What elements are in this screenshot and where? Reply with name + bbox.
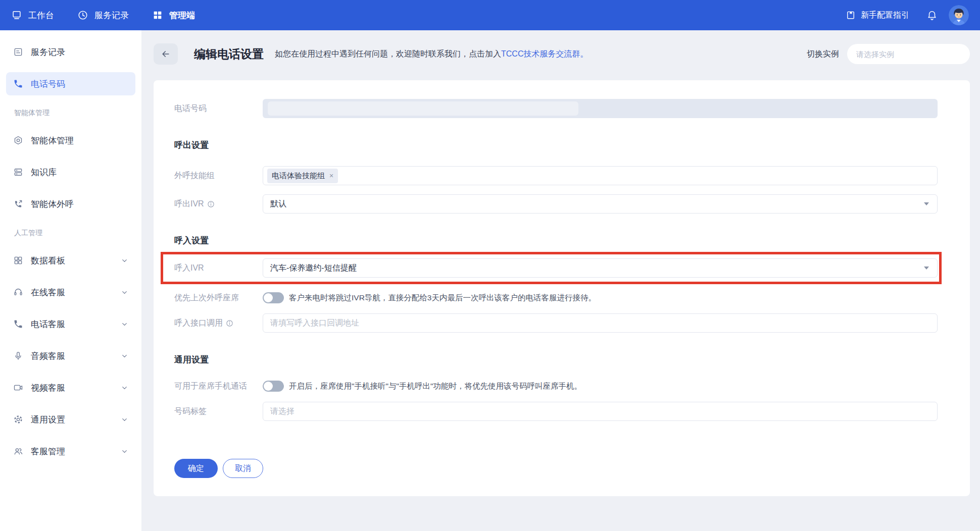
inbound-ivr-highlight-box: 呼入IVR 汽车-保养邀约-短信提醒 <box>161 252 942 284</box>
inbound-ivr-value: 汽车-保养邀约-短信提醒 <box>270 263 357 274</box>
inbound-callback-row: 呼入接口调用 <box>174 313 938 333</box>
gear-icon <box>13 414 23 424</box>
page-header: 编辑电话设置 如您在使用过程中遇到任何问题，欢迎随时联系我们，点击加入TCCC技… <box>154 43 970 65</box>
workbench-icon <box>11 10 22 21</box>
beginner-guide-button[interactable]: 新手配置指引 <box>846 10 909 21</box>
outbound-skill-group-field[interactable]: 电话体验技能组 × <box>263 166 938 185</box>
skill-group-tag-label: 电话体验技能组 <box>272 171 325 181</box>
nav-item-service-records[interactable]: 服务记录 <box>77 10 129 21</box>
inbound-ivr-label: 呼入IVR <box>174 263 263 274</box>
inbound-callback-label: 呼入接口调用 <box>174 318 263 329</box>
user-avatar[interactable] <box>949 5 969 25</box>
nav-item-label: 工作台 <box>28 10 54 21</box>
sidebar: 服务记录 电话号码 智能体管理 智能体管理 知识库 智能体外呼 人工管理 <box>0 30 141 531</box>
sidebar-item-label: 视频客服 <box>31 382 65 394</box>
prefer-last-agent-desc: 客户来电时将跳过IVR导航，直接分配给3天内最后一次呼出该客户的电话客服进行接待… <box>289 293 596 303</box>
sidebar-item-agent-admin[interactable]: 客服管理 <box>6 440 135 463</box>
number-tag-row: 号码标签 <box>174 402 938 421</box>
outbound-skill-group-label: 外呼技能组 <box>174 171 263 181</box>
chevron-down-icon <box>924 267 929 270</box>
sidebar-item-service-records[interactable]: 服务记录 <box>6 40 135 64</box>
notification-bell-icon[interactable] <box>926 10 938 21</box>
settings-card: 电话号码 呼出设置 外呼技能组 电话体验技能组 × <box>154 80 970 496</box>
number-tag-label: 号码标签 <box>174 406 263 417</box>
document-icon <box>13 47 23 57</box>
sidebar-item-label: 通用设置 <box>31 414 65 426</box>
phone-number-row: 电话号码 <box>174 99 938 118</box>
phone-number-field <box>263 99 938 118</box>
info-icon <box>207 200 215 208</box>
hexagon-icon <box>13 135 23 145</box>
back-button[interactable] <box>154 43 178 65</box>
inbound-ivr-select[interactable]: 汽车-保养邀约-短信提醒 <box>263 258 938 278</box>
chevron-down-icon <box>121 448 128 455</box>
prefer-last-agent-label: 优先上次外呼座席 <box>174 293 263 303</box>
sidebar-item-phone-service[interactable]: 电话客服 <box>6 312 135 336</box>
nav-item-admin[interactable]: 管理端 <box>152 10 195 21</box>
sidebar-item-online-service[interactable]: 在线客服 <box>6 281 135 304</box>
redacted-phone-value <box>268 101 578 116</box>
page-subtitle-text: 如您在使用过程中遇到任何问题，欢迎随时联系我们，点击加入 <box>275 49 501 58</box>
beginner-guide-label: 新手配置指引 <box>861 10 909 21</box>
number-tag-input[interactable] <box>263 402 938 421</box>
switch-instance-label: 切换实例 <box>807 49 839 60</box>
mobile-call-label: 可用于座席手机通话 <box>174 381 263 392</box>
sidebar-item-audio-service[interactable]: 音频客服 <box>6 344 135 367</box>
mobile-call-toggle[interactable] <box>263 381 284 392</box>
chevron-down-icon <box>121 321 128 328</box>
sidebar-item-label: 知识库 <box>31 167 57 178</box>
phone-icon <box>13 79 23 89</box>
chevron-down-icon <box>924 202 929 205</box>
chevron-down-icon <box>121 384 128 392</box>
dashboard-icon <box>13 255 23 266</box>
inbound-settings-title: 呼入设置 <box>174 235 938 246</box>
sidebar-item-agent-management[interactable]: 智能体管理 <box>6 129 135 152</box>
mobile-call-desc: 开启后，座席使用"手机接听"与"手机呼出"功能时，将优先使用该号码呼叫座席手机。 <box>289 381 582 392</box>
prefer-last-agent-row: 优先上次外呼座席 客户来电时将跳过IVR导航，直接分配给3天内最后一次呼出该客户… <box>174 292 938 303</box>
prefer-last-agent-toggle[interactable] <box>263 292 284 303</box>
sidebar-item-label: 服务记录 <box>31 46 65 58</box>
chevron-down-icon <box>121 416 128 423</box>
clock-icon <box>77 10 88 21</box>
outbound-ivr-select[interactable]: 默认 <box>263 194 938 214</box>
form-actions: 确定 取消 <box>174 459 938 478</box>
main-content: 编辑电话设置 如您在使用过程中遇到任何问题，欢迎随时联系我们，点击加入TCCC技… <box>141 30 980 531</box>
sidebar-group-label: 智能体管理 <box>14 109 134 118</box>
phone-icon <box>13 319 23 329</box>
app: 工作台 服务记录 管理端 新手配置指引 <box>0 0 980 531</box>
sidebar-item-label: 音频客服 <box>31 350 65 362</box>
confirm-button[interactable]: 确定 <box>174 459 218 478</box>
phone-out-icon <box>13 199 23 209</box>
switch-instance: 切换实例 <box>807 44 970 64</box>
guide-book-icon <box>846 10 856 20</box>
nav-right: 新手配置指引 <box>846 5 969 25</box>
inbound-callback-input[interactable] <box>263 313 938 333</box>
sidebar-item-label: 在线客服 <box>31 287 65 298</box>
sidebar-item-label: 电话客服 <box>31 318 65 330</box>
sidebar-group-label: 人工管理 <box>14 229 134 238</box>
mic-icon <box>13 351 23 361</box>
remove-tag-icon[interactable]: × <box>329 172 333 179</box>
mobile-call-row: 可用于座席手机通话 开启后，座席使用"手机接听"与"手机呼出"功能时，将优先使用… <box>174 381 938 392</box>
sidebar-item-phone-numbers[interactable]: 电话号码 <box>6 72 135 95</box>
server-icon <box>13 167 23 177</box>
skill-group-tag: 电话体验技能组 × <box>267 169 338 183</box>
people-icon <box>13 446 23 456</box>
switch-instance-select[interactable] <box>847 44 970 64</box>
top-navbar: 工作台 服务记录 管理端 新手配置指引 <box>0 0 980 30</box>
sidebar-item-general-settings[interactable]: 通用设置 <box>6 408 135 431</box>
page-subtitle: 如您在使用过程中遇到任何问题，欢迎随时联系我们，点击加入TCCC技术服务交流群。 <box>275 49 588 60</box>
tccc-group-link[interactable]: TCCC技术服务交流群。 <box>501 49 588 58</box>
nav-item-workbench[interactable]: 工作台 <box>11 10 54 21</box>
phone-number-label: 电话号码 <box>174 103 263 114</box>
chevron-down-icon <box>121 257 128 264</box>
outbound-ivr-row: 呼出IVR 默认 <box>174 194 938 214</box>
cancel-button[interactable]: 取消 <box>223 459 263 478</box>
grid-icon <box>152 10 163 21</box>
sidebar-item-data-dashboard[interactable]: 数据看板 <box>6 249 135 272</box>
sidebar-item-agent-outbound[interactable]: 智能体外呼 <box>6 192 135 216</box>
sidebar-item-knowledge-base[interactable]: 知识库 <box>6 161 135 184</box>
sidebar-item-video-service[interactable]: 视频客服 <box>6 376 135 399</box>
video-icon <box>13 383 23 393</box>
inbound-callback-label-text: 呼入接口调用 <box>174 318 223 329</box>
